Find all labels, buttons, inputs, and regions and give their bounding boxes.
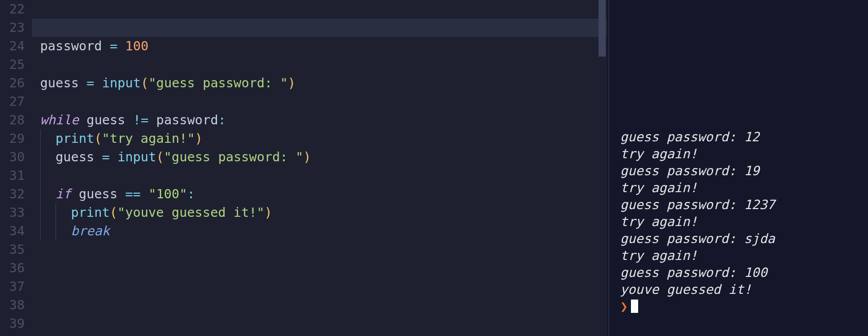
- code-token: input: [117, 150, 156, 164]
- line-number: 33: [0, 203, 25, 222]
- line-number: 28: [0, 111, 25, 129]
- current-line-highlight: [32, 18, 607, 37]
- line-number: 29: [0, 129, 25, 148]
- indent-guide: [40, 203, 56, 222]
- terminal-output-line: guess password: 12: [620, 128, 859, 145]
- code-token: input: [102, 76, 140, 90]
- code-token: [94, 76, 102, 90]
- line-number: 30: [0, 148, 25, 166]
- terminal-prompt-line[interactable]: ❯: [620, 298, 859, 315]
- code-line[interactable]: guess = input("guess password: "): [32, 74, 607, 92]
- pane-divider-line: [608, 0, 609, 336]
- code-token: [110, 150, 117, 164]
- code-token: print: [71, 205, 110, 220]
- terminal-output-line: guess password: sjda: [620, 230, 859, 247]
- line-number: 25: [0, 55, 25, 74]
- code-token: ): [195, 131, 203, 146]
- code-token: "guess password: ": [164, 150, 303, 164]
- code-token: =: [110, 39, 117, 53]
- code-token: guess: [86, 113, 125, 127]
- code-token: [71, 186, 79, 201]
- code-line[interactable]: [32, 240, 607, 259]
- code-token: 100: [125, 39, 149, 53]
- code-token: !=: [133, 113, 149, 127]
- line-number: 38: [0, 296, 25, 314]
- code-line[interactable]: password = 100: [32, 37, 607, 55]
- code-token: guess: [40, 76, 79, 90]
- code-token: =: [86, 76, 94, 90]
- code-token: :: [187, 186, 195, 201]
- indent-guide: [40, 129, 56, 148]
- code-line[interactable]: [32, 314, 607, 333]
- code-line[interactable]: guess = input("guess password: "): [32, 148, 607, 166]
- code-token: password: [156, 113, 218, 127]
- terminal-output-line: guess password: 1237: [620, 196, 859, 213]
- code-line[interactable]: [32, 259, 607, 277]
- code-token: (: [94, 131, 102, 146]
- indent-guide: [40, 148, 56, 166]
- prompt-symbol: ❯: [620, 299, 628, 314]
- line-number: 24: [0, 37, 25, 55]
- code-token: :: [218, 113, 226, 127]
- editor-pane[interactable]: 222324252627282930313233343536373839 pas…: [0, 0, 607, 336]
- code-token: ): [303, 150, 311, 164]
- code-token: [94, 150, 102, 164]
- code-token: guess: [56, 150, 94, 164]
- terminal-output-line: try again!: [620, 145, 859, 162]
- terminal-output-line: try again!: [620, 247, 859, 264]
- code-token: =: [102, 150, 110, 164]
- code-token: if: [56, 186, 71, 201]
- code-token: [79, 113, 86, 127]
- line-number: 27: [0, 92, 25, 111]
- editor-scrollbar-thumb[interactable]: [599, 0, 606, 57]
- terminal-output-line: guess password: 19: [620, 162, 859, 179]
- code-token: (: [110, 205, 117, 220]
- code-token: ): [288, 76, 296, 90]
- pane-divider[interactable]: [607, 0, 611, 336]
- terminal-output-line: try again!: [620, 179, 859, 196]
- terminal-output-line: try again!: [620, 213, 859, 230]
- line-number: 37: [0, 277, 25, 296]
- code-area[interactable]: password = 100guess = input("guess passw…: [32, 0, 607, 336]
- code-token: (: [156, 150, 164, 164]
- indent-guide: [40, 222, 56, 240]
- editor-scrollbar-track[interactable]: [598, 0, 607, 336]
- code-line[interactable]: break: [32, 222, 607, 240]
- line-number: 35: [0, 240, 25, 259]
- code-token: password: [40, 39, 102, 53]
- code-token: "100": [149, 186, 187, 201]
- code-line[interactable]: [32, 92, 607, 111]
- terminal-pane[interactable]: guess password: 12try again!guess passwo…: [611, 0, 868, 336]
- line-number: 39: [0, 314, 25, 333]
- code-line[interactable]: [32, 0, 607, 18]
- indent-guide: [40, 166, 56, 185]
- line-number-gutter: 222324252627282930313233343536373839: [0, 0, 32, 336]
- code-line[interactable]: print("try again!"): [32, 129, 607, 148]
- line-number: 31: [0, 166, 25, 185]
- code-line[interactable]: if guess == "100":: [32, 185, 607, 203]
- code-line[interactable]: [32, 55, 607, 74]
- code-line[interactable]: [32, 18, 607, 37]
- code-line[interactable]: while guess != password:: [32, 111, 607, 129]
- code-line[interactable]: [32, 296, 607, 314]
- code-token: [141, 186, 149, 201]
- code-line[interactable]: print("youve guessed it!"): [32, 203, 607, 222]
- root: 222324252627282930313233343536373839 pas…: [0, 0, 868, 336]
- code-token: while: [40, 113, 79, 127]
- terminal-cursor: [631, 300, 638, 313]
- code-line[interactable]: [32, 277, 607, 296]
- code-token: ): [264, 205, 272, 220]
- code-token: "try again!": [102, 131, 195, 146]
- line-number: 26: [0, 74, 25, 92]
- line-number: 23: [0, 18, 25, 37]
- code-token: print: [56, 131, 94, 146]
- line-number: 36: [0, 259, 25, 277]
- line-number: 34: [0, 222, 25, 240]
- indent-guide: [56, 203, 71, 222]
- line-number: 32: [0, 185, 25, 203]
- terminal-output-line: youve guessed it!: [620, 281, 859, 298]
- indent-guide: [40, 185, 56, 203]
- code-line[interactable]: [32, 166, 607, 185]
- terminal-output-line: guess password: 100: [620, 264, 859, 281]
- code-token: break: [71, 223, 110, 238]
